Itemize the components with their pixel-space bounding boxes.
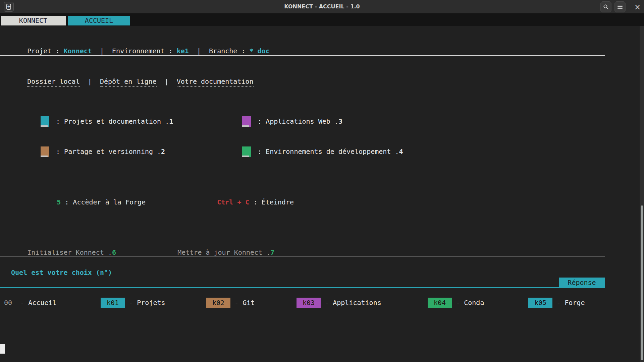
horizontal-rule-top <box>0 55 605 56</box>
menu-option-label: : Applications Web . <box>254 117 338 125</box>
update-label: Mettre à jour Konnect . <box>177 248 270 256</box>
hotbar-label: - Applications <box>321 299 381 307</box>
link-local-folder[interactable]: Dossier local <box>27 77 80 87</box>
separator: | <box>92 47 112 55</box>
link-documentation[interactable]: Votre documentation <box>177 77 254 87</box>
hotbar-key: k04 <box>428 298 452 308</box>
update-option: Mettre à jour Konnect .7 <box>161 237 274 247</box>
prompt-underline <box>0 287 605 288</box>
search-button[interactable] <box>600 1 611 12</box>
color-swatch-applications <box>242 116 251 127</box>
env-label: Environnement : <box>112 47 177 55</box>
hotbar-key: k01 <box>101 298 125 308</box>
horizontal-rule-bottom <box>0 256 605 256</box>
separator: | <box>189 47 209 55</box>
answer-badge: Réponse <box>559 278 605 288</box>
menu-option-number: 1 <box>169 117 173 125</box>
prompt-question: Quel est votre choix (n°) <box>11 267 112 278</box>
links-line: Dossier local | Dépôt en ligne | Votre d… <box>11 66 254 76</box>
titlebar: KONNECT - ACCUEIL - 1.0 + × <box>0 0 644 13</box>
menu-option-label: : Partage et versionning . <box>52 147 161 156</box>
init-number: 6 <box>112 248 116 256</box>
tab-accueil[interactable]: ACCUEIL <box>68 16 130 25</box>
color-swatch-environnements <box>242 146 251 157</box>
menu-option-label: : Environnements de développement . <box>254 147 399 156</box>
separator: | <box>157 77 177 85</box>
color-swatch-partage <box>41 146 49 157</box>
init-label: Initialiser Konnect . <box>27 248 112 256</box>
quit-shortcut: Ctrl + C : Éteindre <box>201 187 294 197</box>
app-menu-button[interactable] <box>614 1 626 12</box>
env-value: ke1 <box>177 47 189 55</box>
search-icon <box>603 4 609 10</box>
new-tab-icon: + <box>6 4 11 10</box>
init-option: Initialiser Konnect .6 <box>11 237 116 247</box>
link-online-repo[interactable]: Dépôt en ligne <box>100 77 157 87</box>
menu-option-partage: : Partage et versionning .2 <box>41 146 165 157</box>
branch-value: * doc <box>249 47 269 55</box>
hotbar-label: - Git <box>230 299 255 307</box>
hotbar-item-projets: k01 - Projets <box>101 298 165 308</box>
hotbar-key: k05 <box>528 298 552 308</box>
tab-konnect[interactable]: KONNECT <box>1 16 66 25</box>
forge-shortcut: 5 : Accèder à la Forge <box>41 187 146 197</box>
hotbar-label: - Forge <box>552 299 585 307</box>
hotbar-item-git: k02 - Git <box>206 298 255 308</box>
menu-option-number: 4 <box>399 147 403 156</box>
menu-option-number: 3 <box>338 117 342 125</box>
hotbar-item-conda: k04 - Conda <box>428 298 484 308</box>
separator: | <box>80 77 100 85</box>
forge-label: : Accèder à la Forge <box>61 198 146 206</box>
menu-option-environnements: : Environnements de développement .4 <box>242 146 403 157</box>
terminal-cursor[interactable] <box>0 344 5 354</box>
quit-key: Ctrl + C <box>217 198 249 206</box>
forge-key: 5 <box>57 198 61 206</box>
close-window-button[interactable]: × <box>632 1 643 12</box>
hotbar-label: - Accueil <box>12 299 56 307</box>
menu-option-projets: : Projets et documentation .1 <box>41 116 173 127</box>
tab-bar: KONNECT ACCUEIL <box>0 13 644 26</box>
hotbar-item-forge: k05 - Forge <box>528 298 585 308</box>
status-line: Projet : Konnect | Environnement : ke1 |… <box>11 36 270 46</box>
terminal-screen[interactable]: Projet : Konnect | Environnement : ke1 |… <box>0 26 644 362</box>
color-swatch-projets <box>41 116 49 127</box>
menu-option-applications: : Applications Web .3 <box>242 116 342 127</box>
menu-option-label: : Projets et documentation . <box>52 117 169 125</box>
branch-label: Branche : <box>209 47 249 55</box>
hotbar-label: - Projets <box>125 299 165 307</box>
hotbar-key: k02 <box>206 298 230 308</box>
hotbar-key: 00 <box>4 298 12 308</box>
close-icon: × <box>634 3 641 11</box>
update-number: 7 <box>270 248 274 256</box>
quit-label: : Éteindre <box>250 198 294 206</box>
window-title: KONNECT - ACCUEIL - 1.0 <box>0 0 644 13</box>
project-label: Projet : <box>27 47 63 55</box>
hotbar-label: - Conda <box>452 299 484 307</box>
new-tab-button[interactable]: + <box>4 2 14 12</box>
menu-option-number: 2 <box>161 147 165 156</box>
hotbar-item-applications: k03 - Applications <box>297 298 381 308</box>
hamburger-icon <box>618 5 623 9</box>
hotbar-key: k03 <box>297 298 321 308</box>
project-value: Konnect <box>64 47 92 55</box>
scrollbar-thumb[interactable] <box>641 205 643 360</box>
hotbar-item-accueil: 00 - Accueil <box>4 298 57 308</box>
